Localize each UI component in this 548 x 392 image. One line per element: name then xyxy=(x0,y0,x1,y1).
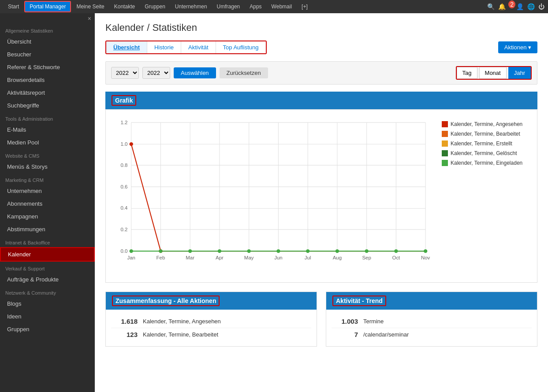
trend-item-1: 7 /calendar/seminar xyxy=(332,328,532,341)
monat-button[interactable]: Monat xyxy=(479,67,507,79)
sidebar-item-unternehmen[interactable]: Unternehmen xyxy=(0,185,95,197)
legend-item-0: Kalender, Termine, Angesehen xyxy=(442,121,530,127)
sidebar-item-aktivitatsreport[interactable]: Aktivitätsreport xyxy=(0,86,95,99)
globe-icon[interactable]: 🌐 xyxy=(527,3,535,10)
svg-text:Nov: Nov xyxy=(421,255,430,260)
trend-header: Aktivität - Trend xyxy=(326,292,537,310)
nav-unternehmen[interactable]: Unternehmen xyxy=(171,2,212,11)
summary-number-1: 123 xyxy=(111,331,138,338)
nav-kontakte[interactable]: Kontakte xyxy=(110,2,139,11)
sidebar-item-abstimmungen[interactable]: Abstimmungen xyxy=(0,223,95,236)
svg-point-39 xyxy=(159,249,162,253)
sidebar-item-browserdetails[interactable]: Browserdetails xyxy=(0,74,95,86)
sidebar-item-referer[interactable]: Referer & Stichworte xyxy=(0,61,95,74)
main-container: × Allgemeine Statistiken Übersicht Besuc… xyxy=(0,13,548,392)
summary-content: 1.618 Kalender, Termine, Angesehen 123 K… xyxy=(106,310,317,346)
sidebar-item-abonnements[interactable]: Abonnements xyxy=(0,197,95,210)
svg-text:Feb: Feb xyxy=(157,255,165,260)
summary-label-0: Kalender, Termine, Angesehen xyxy=(143,318,221,325)
sidebar-item-besucher[interactable]: Besucher xyxy=(0,48,95,61)
sidebar-item-kalender[interactable]: Kalender xyxy=(0,247,95,262)
trend-item-0: 1.003 Termine xyxy=(332,315,532,328)
trend-box: Aktivität - Trend 1.003 Termine 7 /calen… xyxy=(326,292,537,347)
trend-content: 1.003 Termine 7 /calendar/seminar xyxy=(326,310,537,346)
svg-point-42 xyxy=(247,249,251,253)
svg-text:Apr: Apr xyxy=(216,255,224,260)
sidebar-section-marketing: Marketing & CRM xyxy=(0,173,95,185)
sidebar-item-blogs[interactable]: Blogs xyxy=(0,297,95,310)
chart-title: Grafik xyxy=(112,95,136,106)
svg-point-41 xyxy=(218,249,221,253)
nav-gruppen[interactable]: Gruppen xyxy=(140,2,170,11)
jahr-button[interactable]: Jahr xyxy=(508,67,531,79)
sidebar-close-button[interactable]: × xyxy=(0,13,95,24)
summary-box: Zusammenfassung - Alle Aktionen 1.618 Ka… xyxy=(105,292,317,347)
notification-badge: 2 xyxy=(508,0,515,8)
trend-number-0: 1.003 xyxy=(332,318,358,325)
sidebar-item-suchbegriffe[interactable]: Suchbegriffe xyxy=(0,99,95,112)
reset-button[interactable]: Zurücksetzen xyxy=(220,67,268,78)
legend-color-eingeladen xyxy=(442,160,448,166)
sidebar: × Allgemeine Statistiken Übersicht Besuc… xyxy=(0,13,95,392)
sidebar-section-website: Website & CMS xyxy=(0,149,95,160)
tab-aktivitat[interactable]: Aktivität xyxy=(181,41,216,53)
page-title: Kalender / Statistiken xyxy=(105,22,537,33)
svg-text:Oct: Oct xyxy=(392,255,400,260)
legend-label-geloscht: Kalender, Termine, Gelöscht xyxy=(451,150,517,156)
summary-title: Zusammenfassung - Alle Aktionen xyxy=(112,296,220,306)
svg-text:May: May xyxy=(244,255,254,260)
nav-portal-manager[interactable]: Portal Manager xyxy=(24,1,71,12)
nav-umfragen[interactable]: Umfragen xyxy=(212,2,245,11)
svg-text:Mar: Mar xyxy=(186,255,194,260)
sidebar-item-auftrage[interactable]: Aufträge & Produkte xyxy=(0,273,95,286)
svg-point-36 xyxy=(130,142,133,146)
svg-point-48 xyxy=(424,249,427,253)
tab-top-auflistung[interactable]: Top Auflistung xyxy=(216,41,266,53)
svg-text:1.2: 1.2 xyxy=(120,120,127,125)
tab-historie[interactable]: Historie xyxy=(147,41,181,53)
summary-item-1: 123 Kalender, Termine, Bearbeitet xyxy=(111,328,311,341)
tab-ubersicht[interactable]: Übersicht xyxy=(106,41,147,53)
legend-color-erstellt xyxy=(442,141,448,147)
content-area: Kalender / Statistiken Übersicht Histori… xyxy=(95,13,548,392)
power-icon[interactable]: ⏻ xyxy=(538,3,544,10)
sidebar-item-kampagnen[interactable]: Kampagnen xyxy=(0,210,95,223)
svg-text:0.2: 0.2 xyxy=(120,227,127,232)
sidebar-item-gruppen[interactable]: Gruppen xyxy=(0,323,95,336)
svg-text:0.4: 0.4 xyxy=(120,205,128,211)
legend-item-2: Kalender, Termine, Erstellt xyxy=(442,141,530,147)
svg-point-47 xyxy=(394,249,398,253)
chart-section-header: Grafik xyxy=(105,92,537,109)
nav-meine-seite[interactable]: Meine Seite xyxy=(72,2,108,11)
sidebar-item-medien-pool[interactable]: Medien Pool xyxy=(0,136,95,149)
select-button[interactable]: Auswählen xyxy=(174,67,216,78)
search-icon[interactable]: 🔍 xyxy=(487,3,495,10)
chart-svg: 1.2 1.0 0.8 0.6 0.4 0.2 0.0 xyxy=(113,117,435,275)
sidebar-item-menus-storys[interactable]: Menüs & Storys xyxy=(0,160,95,173)
user-icon[interactable]: 👤 xyxy=(516,3,524,10)
sidebar-item-ideen[interactable]: Ideen xyxy=(0,310,95,323)
svg-text:0.8: 0.8 xyxy=(120,163,127,168)
svg-point-44 xyxy=(306,249,309,253)
tag-button[interactable]: Tag xyxy=(457,67,477,79)
legend-item-4: Kalender, Termine, Eingeladen xyxy=(442,160,530,166)
legend-item-3: Kalender, Termine, Gelöscht xyxy=(442,150,530,156)
nav-plus[interactable]: [+] xyxy=(297,2,312,11)
year2-select[interactable]: 2022 xyxy=(142,67,170,79)
chart-section: Grafik xyxy=(105,92,537,283)
nav-webmail[interactable]: Webmail xyxy=(267,2,296,11)
trend-title: Aktivität - Trend xyxy=(332,296,386,306)
tab-group: Übersicht Historie Aktivität Top Auflist… xyxy=(105,41,267,54)
trend-label-0: Termine xyxy=(363,318,384,325)
notifications-icon[interactable]: 🔔2 xyxy=(498,3,513,10)
svg-point-38 xyxy=(130,249,133,253)
sidebar-section-verkauf: Verkauf & Support xyxy=(0,262,95,273)
filter-left: 2022 2022 Auswählen Zurücksetzen xyxy=(111,67,268,79)
nav-apps[interactable]: Apps xyxy=(245,2,266,11)
sidebar-item-emails[interactable]: E-Mails xyxy=(0,123,95,136)
sidebar-item-ubersicht[interactable]: Übersicht xyxy=(0,35,95,48)
legend-label-erstellt: Kalender, Termine, Erstellt xyxy=(451,141,512,147)
aktionen-button[interactable]: Aktionen ▾ xyxy=(498,41,537,53)
nav-start[interactable]: Start xyxy=(4,2,23,11)
year1-select[interactable]: 2022 xyxy=(111,67,139,79)
